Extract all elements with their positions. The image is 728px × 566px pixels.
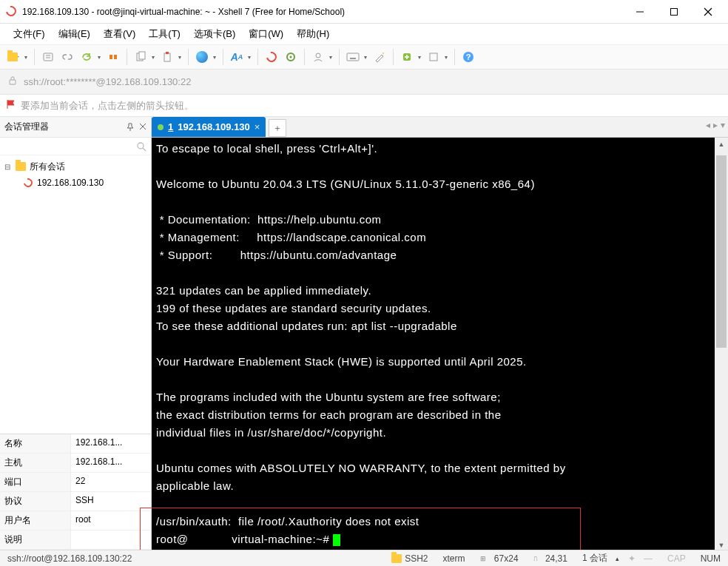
menu-tab[interactable]: 选项卡(B) (188, 25, 241, 43)
prop-desc-val (71, 530, 151, 549)
tool-keyboard-button[interactable]: ▾ (344, 48, 369, 66)
sessions-up-icon[interactable]: ▴ (616, 555, 619, 562)
terminal[interactable]: To escape to local shell, press 'Ctrl+Al… (152, 138, 715, 552)
menu-window[interactable]: 窗口(W) (243, 25, 289, 43)
close-button[interactable] (691, 1, 725, 23)
session-search[interactable] (0, 138, 151, 155)
svg-rect-7 (109, 55, 112, 59)
tool-gear-icon[interactable] (282, 48, 300, 66)
menu-tools[interactable]: 工具(T) (143, 25, 186, 43)
status-folder-icon (391, 554, 402, 563)
tool-help-icon[interactable]: ? (459, 48, 477, 66)
main-area: 1 192.168.109.130 × ＋ ◂ ▸ ▾ To escape to… (152, 117, 728, 550)
tool-paste-button[interactable]: ▾ (158, 48, 183, 66)
hint-text: 要添加当前会话，点击左侧的箭头按钮。 (21, 99, 194, 112)
search-icon (136, 141, 146, 152)
status-cap: CAP (660, 553, 693, 564)
sessions-down-icon[interactable]: ✦ (628, 553, 636, 564)
tabbar: 1 192.168.109.130 × ＋ ◂ ▸ ▾ (152, 117, 728, 138)
prop-host-val: 192.168.1... (71, 454, 151, 472)
session-icon (22, 178, 34, 187)
flag-icon (6, 99, 16, 112)
tool-magic-icon[interactable] (371, 48, 388, 66)
tool-link-icon[interactable] (58, 48, 76, 66)
svg-point-15 (316, 53, 320, 58)
tab-index: 1 (168, 121, 173, 132)
tool-globe-button[interactable]: ▾ (193, 48, 218, 66)
maximize-button[interactable] (657, 1, 691, 23)
status-connection: ssh://root@192.168.109.130:22 (0, 553, 139, 564)
tree-session[interactable]: 192.168.109.130 (1, 175, 149, 191)
svg-point-14 (290, 56, 292, 58)
status-pos: 24,31 (545, 553, 567, 564)
addressbar[interactable]: ssh://root:********@192.168.109.130:22 (0, 70, 728, 95)
tab-close-icon[interactable]: × (255, 121, 260, 132)
tab-label: 192.168.109.130 (178, 121, 250, 132)
collapse-icon[interactable]: ⊟ (3, 163, 12, 171)
session-tree: ⊟ 所有会话 192.168.109.130 (0, 155, 151, 434)
tool-copy-button[interactable]: ▾ (132, 48, 157, 66)
prop-proto-key: 协议 (0, 492, 71, 511)
status-proto: SSH2 (405, 553, 428, 564)
session-manager: 会话管理器 ⊟ 所有会话 192.168.109.130 名称192.168.1… (0, 117, 152, 550)
svg-text:?: ? (466, 53, 471, 61)
status-num: NUM (693, 553, 728, 564)
prop-port-key: 端口 (0, 473, 71, 491)
sidebar-close-icon[interactable] (139, 123, 146, 132)
svg-line-32 (143, 148, 146, 151)
toolbar: +▾ ▾ ▾ ▾ ▾ AA▾ ▾ ▾ ▾ ▾ ? (0, 44, 728, 70)
svg-rect-4 (44, 53, 53, 61)
redacted-hostname (189, 534, 229, 546)
menu-edit[interactable]: 编辑(E) (53, 25, 96, 43)
tree-root-label: 所有会话 (30, 161, 65, 173)
svg-rect-8 (114, 55, 117, 59)
tab-session-1[interactable]: 1 192.168.109.130 × (152, 117, 266, 137)
prop-name-val: 192.168.1... (71, 434, 151, 453)
new-session-button[interactable]: +▾ (4, 48, 30, 66)
tool-swirl-icon[interactable] (263, 48, 280, 66)
status-sessions: 1 会话 (582, 552, 607, 565)
status-size: 67x24 (494, 553, 519, 564)
prop-host-key: 主机 (0, 454, 71, 472)
terminal-scrollbar[interactable]: ▲ ▼ (715, 138, 728, 552)
tool-clear-button[interactable]: ▾ (425, 48, 450, 66)
lock-icon (7, 75, 18, 88)
tool-reconnect-button[interactable]: ▾ (78, 48, 103, 66)
pin-icon[interactable] (126, 123, 135, 132)
hintbar: 要添加当前会话，点击左侧的箭头按钮。 (0, 95, 728, 117)
prop-name-key: 名称 (0, 434, 71, 453)
svg-rect-25 (430, 53, 437, 61)
tool-user-button[interactable]: ▾ (309, 48, 334, 66)
scroll-thumb[interactable] (716, 155, 727, 348)
titlebar: 192.168.109.130 - root@jinqi-virtual-mac… (0, 0, 728, 24)
prop-desc-key: 说明 (0, 530, 71, 549)
tool-disconnect-icon[interactable] (104, 48, 122, 66)
menu-view[interactable]: 查看(V) (98, 25, 141, 43)
connected-dot-icon (158, 124, 164, 130)
svg-rect-1 (671, 8, 678, 15)
svg-rect-11 (164, 53, 170, 61)
tool-font-button[interactable]: AA▾ (228, 48, 253, 66)
minimize-button[interactable] (623, 1, 657, 23)
tab-new-button[interactable]: ＋ (269, 119, 286, 137)
svg-rect-16 (347, 53, 359, 61)
menu-file[interactable]: 文件(F) (7, 25, 51, 43)
sessions-minus-icon[interactable]: — (644, 553, 653, 564)
svg-point-21 (382, 53, 384, 54)
tab-prev-icon[interactable]: ◂ (706, 120, 710, 130)
menu-help[interactable]: 帮助(H) (291, 25, 335, 43)
folder-icon (15, 162, 27, 171)
svg-rect-28 (10, 80, 16, 84)
cursor (333, 534, 340, 546)
prop-user-key: 用户名 (0, 511, 71, 530)
tab-menu-icon[interactable]: ▾ (721, 120, 725, 130)
svg-point-31 (138, 143, 144, 149)
address-url: ssh://root:********@192.168.109.130:22 (24, 76, 191, 87)
tab-next-icon[interactable]: ▸ (713, 120, 718, 130)
tool-add-button[interactable]: ▾ (398, 48, 423, 66)
statusbar: ssh://root@192.168.109.130:22 SSH2 xterm… (0, 550, 728, 566)
tree-root[interactable]: ⊟ 所有会话 (1, 158, 149, 175)
status-term: xterm (436, 553, 473, 564)
scroll-up-icon[interactable]: ▲ (715, 138, 728, 151)
tool-sessions-icon[interactable] (39, 48, 57, 66)
